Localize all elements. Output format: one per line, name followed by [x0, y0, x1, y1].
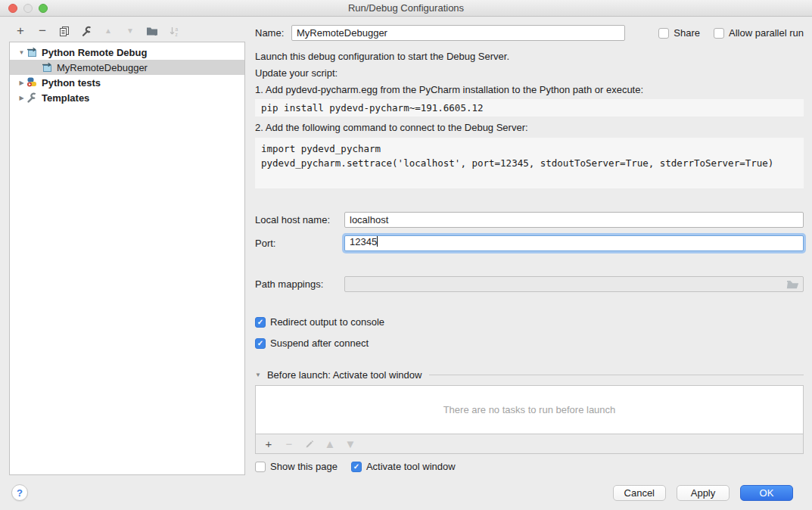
add-configuration-button[interactable]: + [14, 24, 27, 38]
browse-folder-icon[interactable] [786, 279, 800, 289]
close-window-button[interactable] [8, 4, 17, 13]
intro-text: Launch this debug configuration to start… [255, 51, 804, 63]
check-icon: ✓ [257, 319, 263, 326]
tree-item-myremotedebugger[interactable]: MyRemoteDebugger [10, 60, 244, 75]
redirect-output-row[interactable]: ✓ Redirect output to console [255, 316, 804, 328]
path-mappings-label: Path mappings: [255, 278, 344, 290]
share-label: Share [674, 27, 700, 39]
allow-parallel-run-label: Allow parallel run [729, 27, 804, 39]
add-task-button[interactable]: + [263, 439, 274, 449]
update-script-text: Update your script: [255, 67, 804, 79]
allow-parallel-run-checkbox[interactable] [714, 28, 724, 39]
code-line-2: pydevd_pycharm.settrace('localhost', por… [261, 156, 798, 170]
move-up-button: ▲ [101, 24, 115, 38]
dialog-buttons: Cancel Apply OK [613, 485, 793, 501]
tasks-toolbar: + − ▲ ▼ [256, 434, 803, 453]
tree-item-label: Templates [39, 92, 89, 104]
apply-button[interactable]: Apply [677, 485, 730, 501]
show-this-page-row[interactable]: Show this page [255, 461, 338, 472]
window-title: Run/Debug Configurations [0, 0, 812, 16]
chevron-down-icon[interactable]: ▼ [17, 49, 26, 56]
suspend-after-connect-label: Suspend after connect [270, 337, 369, 349]
zoom-window-button[interactable] [39, 4, 48, 13]
name-input[interactable] [291, 25, 625, 41]
collapse-triangle-icon[interactable]: ▼ [255, 372, 261, 378]
templates-wrench-icon [26, 92, 39, 103]
move-task-up-button: ▲ [325, 439, 335, 449]
move-down-button: ▼ [123, 24, 137, 38]
svg-text:a: a [175, 26, 178, 31]
redirect-output-label: Redirect output to console [270, 316, 384, 328]
port-label: Port: [255, 238, 344, 249]
ok-button[interactable]: OK [740, 485, 793, 501]
help-button[interactable]: ? [11, 484, 28, 501]
port-value: 12345 [350, 236, 377, 247]
suspend-after-connect-row[interactable]: ✓ Suspend after connect [255, 337, 804, 349]
title-bar: Run/Debug Configurations [0, 0, 812, 17]
configurations-tree: ▼ Python Remote Debug MyRemoteDebugger ▶ [9, 42, 245, 475]
new-folder-icon[interactable] [145, 24, 159, 38]
allow-parallel-run-checkbox-row[interactable]: Allow parallel run [714, 27, 804, 39]
help-icon: ? [17, 487, 23, 499]
remove-configuration-button[interactable]: − [36, 24, 49, 38]
name-label: Name: [255, 27, 291, 39]
tree-item-label: Python tests [39, 77, 101, 89]
activate-tool-window-label: Activate tool window [366, 461, 456, 472]
show-this-page-checkbox[interactable] [255, 462, 266, 472]
code-line-1: import pydevd_pycharm [261, 141, 798, 156]
suspend-after-connect-checkbox[interactable]: ✓ [255, 338, 266, 349]
share-checkbox[interactable] [658, 28, 669, 39]
settrace-code-block: import pydevd_pycharm pydevd_pycharm.set… [255, 138, 804, 188]
chevron-right-icon[interactable]: ▶ [17, 79, 26, 86]
configuration-form: Name: Share Allow parallel run Launch th… [255, 17, 804, 472]
before-launch-tasks-panel: There are no tasks to run before launch … [255, 385, 804, 454]
share-checkbox-row[interactable]: Share [658, 27, 700, 39]
activate-tool-window-row[interactable]: ✓ Activate tool window [351, 461, 456, 472]
tree-item-label: Python Remote Debug [39, 47, 147, 58]
remote-debug-icon [42, 63, 54, 73]
cancel-button[interactable]: Cancel [613, 485, 666, 501]
svg-text:z: z [175, 32, 177, 37]
move-task-down-button: ▼ [345, 439, 356, 449]
local-host-name-input[interactable] [344, 212, 804, 228]
configurations-toolbar: + − ▲ ▼ a z [14, 23, 181, 39]
tree-item-templates[interactable]: ▶ Templates [10, 90, 244, 105]
remote-debug-icon [26, 48, 39, 58]
remove-task-button: − [284, 439, 294, 449]
python-tests-icon [26, 77, 39, 88]
local-host-name-label: Local host name: [255, 214, 344, 225]
tree-item-python-remote-debug[interactable]: ▼ Python Remote Debug [10, 45, 244, 60]
activate-tool-window-checkbox[interactable]: ✓ [351, 462, 362, 472]
check-icon: ✓ [353, 463, 359, 471]
redirect-output-checkbox[interactable]: ✓ [255, 317, 266, 328]
step1-text: 1. Add pydevd-pycharm.egg from the PyCha… [255, 84, 804, 96]
tree-item-label: MyRemoteDebugger [54, 62, 148, 73]
pip-command-code: pip install pydevd-pycharm~=191.6605.12 [255, 99, 804, 117]
copy-configuration-icon[interactable] [58, 24, 71, 38]
section-divider [429, 375, 804, 375]
check-icon: ✓ [257, 340, 263, 347]
sort-alphabetically-icon: a z [167, 24, 181, 38]
chevron-right-icon[interactable]: ▶ [17, 95, 26, 101]
traffic-lights [8, 4, 48, 13]
minimize-window-button [23, 4, 33, 13]
tree-item-python-tests[interactable]: ▶ Python tests [10, 75, 244, 90]
step2-text: 2. Add the following command to connect … [255, 122, 804, 134]
edit-defaults-wrench-icon[interactable] [79, 24, 93, 38]
no-tasks-message: There are no tasks to run before launch [256, 386, 803, 434]
path-mappings-input[interactable] [344, 276, 804, 292]
before-launch-section-header: ▼ Before launch: Activate tool window [255, 369, 804, 381]
show-this-page-label: Show this page [270, 461, 338, 472]
before-launch-label: Before launch: Activate tool window [267, 369, 422, 381]
text-caret [377, 236, 378, 247]
port-input[interactable]: 12345 [344, 235, 804, 251]
edit-task-pencil-icon [304, 439, 315, 449]
